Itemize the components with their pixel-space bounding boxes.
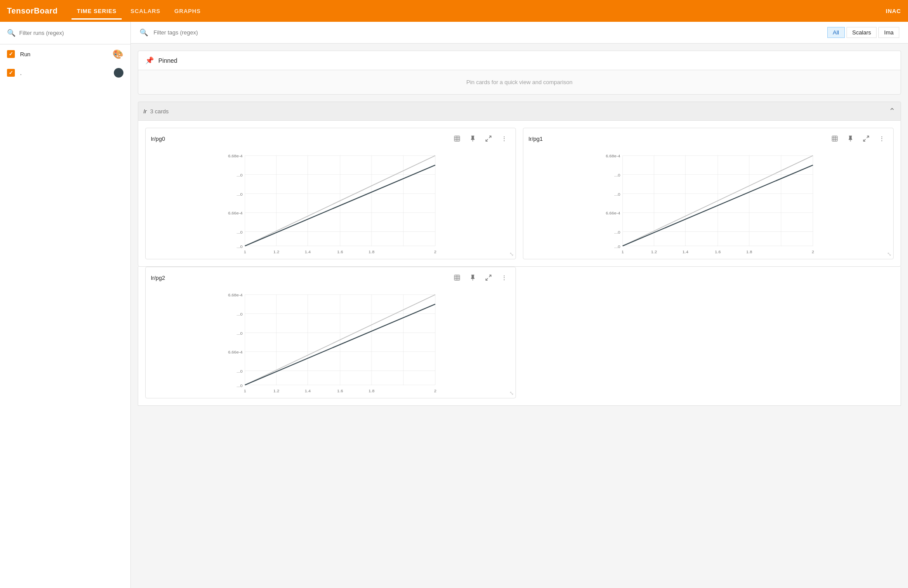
filter-images-button[interactable]: Ima — [878, 27, 899, 38]
svg-text:...0: ...0 — [237, 383, 243, 388]
card-pin-icon-lr-pg1[interactable] — [844, 133, 857, 145]
main-content: 🔍 All Scalars Ima 📌 Pinned Pin cards for… — [131, 22, 908, 588]
lr-section: lr 3 cards ⌃ lr/pg0 — [138, 102, 901, 406]
nav: TIME SERIES SCALARS GRAPHS — [72, 4, 206, 18]
card-expand-icon-lr-pg0[interactable] — [482, 133, 495, 145]
layout: 🔍 Run 🎨 . 🔍 All Scalars Ima — [0, 22, 908, 588]
lr-collapse-icon[interactable]: ⌃ — [889, 106, 895, 116]
svg-text:6.68e-4: 6.68e-4 — [606, 153, 621, 158]
card-grid-icon-lr-pg2[interactable] — [451, 272, 463, 284]
sidebar: 🔍 Run 🎨 . — [0, 22, 131, 588]
nav-scalars[interactable]: SCALARS — [125, 4, 165, 18]
run-checkbox-dot[interactable] — [7, 69, 15, 77]
svg-rect-0 — [454, 136, 460, 141]
cards-grid: lr/pg0 — [138, 120, 901, 267]
chart-svg-lr-pg1: 6.68e-4 ...0 ...0 6.66e-4 ...0 ...0 1 1.… — [523, 151, 893, 255]
svg-text:1.8: 1.8 — [369, 249, 375, 254]
svg-text:1: 1 — [244, 249, 246, 254]
svg-text:6.66e-4: 6.66e-4 — [606, 211, 621, 215]
pinned-section: 📌 Pinned Pin cards for a quick view and … — [138, 51, 901, 95]
card-title-lr-pg1: lr/pg1 — [529, 136, 825, 142]
svg-text:6.66e-4: 6.66e-4 — [228, 211, 243, 215]
svg-text:...0: ...0 — [614, 192, 621, 197]
svg-line-74 — [486, 278, 488, 280]
card-grid-icon-lr-pg0[interactable] — [451, 133, 463, 145]
svg-text:2: 2 — [434, 249, 436, 254]
header: TensorBoard TIME SERIES SCALARS GRAPHS I… — [0, 0, 908, 22]
svg-text:2: 2 — [812, 249, 814, 254]
svg-text:...0: ...0 — [237, 173, 243, 177]
resize-handle-lr-pg1[interactable]: ⤡ — [887, 251, 891, 257]
svg-line-5 — [489, 136, 491, 138]
search-icon: 🔍 — [7, 29, 16, 37]
card-pin-icon-lr-pg0[interactable] — [467, 133, 479, 145]
svg-text:1.8: 1.8 — [746, 249, 752, 254]
card-header-lr-pg2: lr/pg2 — [146, 267, 515, 288]
card-lr-pg2: lr/pg2 — [145, 267, 516, 398]
card-grid-icon-lr-pg1[interactable] — [829, 133, 841, 145]
svg-text:6.68e-4: 6.68e-4 — [228, 292, 243, 297]
svg-text:2: 2 — [434, 388, 436, 393]
svg-text:...0: ...0 — [237, 192, 243, 197]
svg-text:1: 1 — [621, 249, 624, 254]
run-color-dot-icon — [114, 68, 123, 78]
resize-handle-lr-pg2[interactable]: ⤡ — [509, 390, 514, 396]
svg-text:1.2: 1.2 — [273, 388, 280, 393]
chart-lr-pg0: 6.68e-4 ...0 ...0 6.66e-4 ...0 ...0 1 1.… — [146, 149, 515, 259]
nav-graphs[interactable]: GRAPHS — [169, 4, 206, 18]
svg-line-40 — [864, 139, 866, 141]
svg-line-73 — [489, 275, 491, 277]
card-title-lr-pg2: lr/pg2 — [151, 275, 447, 281]
svg-text:1: 1 — [244, 388, 246, 393]
resize-handle-lr-pg0[interactable]: ⤡ — [509, 251, 514, 257]
filter-runs-input[interactable] — [19, 30, 123, 36]
svg-text:...0: ...0 — [237, 230, 243, 235]
svg-text:...0: ...0 — [614, 230, 621, 235]
card-lr-pg0: lr/pg0 — [145, 128, 516, 259]
card-more-icon-lr-pg1[interactable]: ⋮ — [876, 133, 888, 145]
pin-icon: 📌 — [145, 56, 154, 65]
svg-text:1.6: 1.6 — [337, 249, 343, 254]
svg-line-39 — [867, 136, 869, 138]
svg-text:1.4: 1.4 — [683, 249, 689, 254]
svg-text:1.4: 1.4 — [305, 249, 311, 254]
svg-text:...0: ...0 — [614, 244, 621, 249]
card-pin-icon-lr-pg2[interactable] — [467, 272, 479, 284]
svg-text:6.66e-4: 6.66e-4 — [228, 350, 243, 354]
card-more-icon-lr-pg2[interactable]: ⋮ — [498, 272, 510, 284]
nav-time-series[interactable]: TIME SERIES — [72, 4, 122, 18]
card-title-lr-pg0: lr/pg0 — [151, 136, 447, 142]
chart-lr-pg2: 6.68e-4 ...0 ...0 6.66e-4 ...0 ...0 1 1.… — [146, 288, 515, 398]
chart-svg-lr-pg2: 6.68e-4 ...0 ...0 6.66e-4 ...0 ...0 1 1.… — [146, 290, 515, 394]
svg-text:1.2: 1.2 — [651, 249, 657, 254]
run-item-dot: . — [0, 64, 130, 82]
logo: TensorBoard — [7, 7, 58, 16]
run-label-run: Run — [20, 51, 107, 58]
svg-text:...0: ...0 — [237, 369, 243, 374]
svg-text:1.8: 1.8 — [369, 388, 375, 393]
filter-scalars-button[interactable]: Scalars — [847, 27, 877, 38]
lr-label: lr — [143, 108, 147, 115]
svg-text:1.4: 1.4 — [305, 388, 311, 393]
card-more-icon-lr-pg0[interactable]: ⋮ — [498, 133, 510, 145]
sidebar-search-container: 🔍 — [0, 22, 130, 44]
cards-bottom-row: lr/pg2 — [138, 267, 901, 406]
top-bar: 🔍 All Scalars Ima — [131, 22, 908, 44]
header-right-label: INAC — [886, 8, 901, 14]
run-color-palette-icon: 🎨 — [113, 49, 123, 59]
svg-text:1.2: 1.2 — [273, 249, 280, 254]
run-checkbox-run[interactable] — [7, 50, 15, 58]
svg-line-6 — [486, 139, 488, 141]
filter-all-button[interactable]: All — [827, 27, 845, 38]
filter-tags-search-icon: 🔍 — [140, 28, 148, 37]
chart-lr-pg1: 6.68e-4 ...0 ...0 6.66e-4 ...0 ...0 1 1.… — [523, 149, 893, 259]
pinned-title: Pinned — [158, 57, 178, 64]
card-expand-icon-lr-pg2[interactable] — [482, 272, 495, 284]
filter-tags-input[interactable] — [154, 29, 822, 36]
pinned-placeholder: Pin cards for a quick view and compariso… — [138, 70, 901, 95]
svg-text:6.68e-4: 6.68e-4 — [228, 153, 243, 158]
card-header-lr-pg1: lr/pg1 — [523, 128, 893, 149]
svg-text:...0: ...0 — [614, 173, 621, 177]
card-lr-pg1: lr/pg1 — [523, 128, 894, 259]
card-expand-icon-lr-pg1[interactable] — [860, 133, 872, 145]
